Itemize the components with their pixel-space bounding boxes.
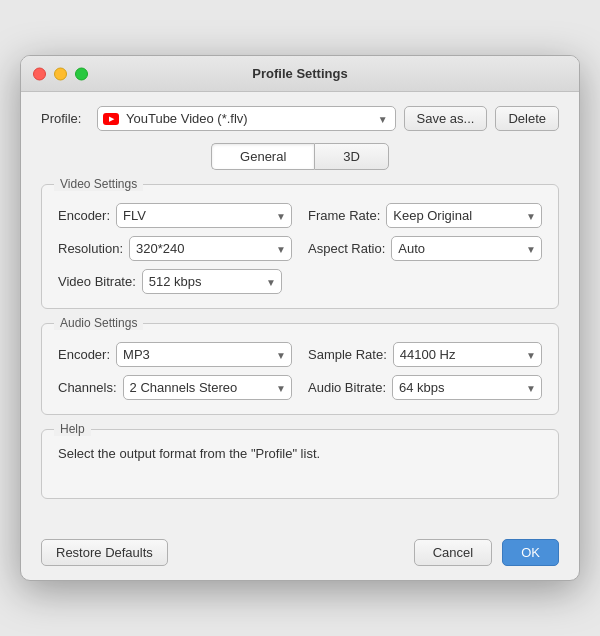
encoder-select-wrapper: FLV H.264 MPEG-4 ▼ xyxy=(116,203,292,228)
resolution-select-wrapper: 320*240 640*480 1280*720 ▼ xyxy=(129,236,292,261)
video-settings-section: Video Settings Encoder: FLV H.264 MPEG-4… xyxy=(41,184,559,309)
channels-row: Channels: 2 Channels Stereo 1 Channel Mo… xyxy=(58,375,292,400)
audio-settings-title: Audio Settings xyxy=(54,316,143,330)
frame-rate-select-wrapper: Keep Original 24 30 ▼ xyxy=(386,203,542,228)
title-bar: Profile Settings xyxy=(21,56,579,92)
resolution-row: Resolution: 320*240 640*480 1280*720 ▼ xyxy=(58,236,292,261)
video-settings-title: Video Settings xyxy=(54,177,143,191)
sample-rate-label: Sample Rate: xyxy=(308,347,387,362)
profile-row: Profile: YouTube Video (*.flv) ▼ Save as… xyxy=(41,106,559,131)
window-title: Profile Settings xyxy=(252,66,347,81)
cancel-button[interactable]: Cancel xyxy=(414,539,492,566)
channels-select[interactable]: 2 Channels Stereo 1 Channel Mono xyxy=(123,375,292,400)
main-content: Profile: YouTube Video (*.flv) ▼ Save as… xyxy=(21,92,579,529)
aspect-ratio-select-wrapper: Auto 4:3 16:9 ▼ xyxy=(391,236,542,261)
channels-label: Channels: xyxy=(58,380,117,395)
tabs-bar: General 3D xyxy=(41,143,559,170)
youtube-icon xyxy=(103,113,119,125)
profile-settings-window: Profile Settings Profile: YouTube Video … xyxy=(20,55,580,581)
audio-encoder-label: Encoder: xyxy=(58,347,110,362)
tab-general[interactable]: General xyxy=(211,143,314,170)
help-section: Help Select the output format from the "… xyxy=(41,429,559,499)
channels-select-wrapper: 2 Channels Stereo 1 Channel Mono ▼ xyxy=(123,375,292,400)
tab-3d[interactable]: 3D xyxy=(314,143,389,170)
frame-rate-select[interactable]: Keep Original 24 30 xyxy=(386,203,542,228)
sample-rate-select[interactable]: 44100 Hz 22050 Hz 48000 Hz xyxy=(393,342,542,367)
audio-encoder-select[interactable]: MP3 AAC OGG xyxy=(116,342,292,367)
frame-rate-row: Frame Rate: Keep Original 24 30 ▼ xyxy=(308,203,542,228)
video-settings-grid: Encoder: FLV H.264 MPEG-4 ▼ Frame Rate: xyxy=(58,203,542,261)
video-bitrate-label: Video Bitrate: xyxy=(58,274,136,289)
help-text: Select the output format from the "Profi… xyxy=(58,446,542,461)
encoder-row: Encoder: FLV H.264 MPEG-4 ▼ xyxy=(58,203,292,228)
audio-bitrate-select-wrapper: 64 kbps 32 kbps 128 kbps ▼ xyxy=(392,375,542,400)
delete-button[interactable]: Delete xyxy=(495,106,559,131)
footer-right-buttons: Cancel OK xyxy=(414,539,559,566)
restore-defaults-button[interactable]: Restore Defaults xyxy=(41,539,168,566)
maximize-button[interactable] xyxy=(75,67,88,80)
footer: Restore Defaults Cancel OK xyxy=(21,529,579,580)
profile-select[interactable]: YouTube Video (*.flv) xyxy=(97,106,396,131)
aspect-ratio-label: Aspect Ratio: xyxy=(308,241,385,256)
ok-button[interactable]: OK xyxy=(502,539,559,566)
encoder-select[interactable]: FLV H.264 MPEG-4 xyxy=(116,203,292,228)
encoder-label: Encoder: xyxy=(58,208,110,223)
audio-bitrate-row: Audio Bitrate: 64 kbps 32 kbps 128 kbps … xyxy=(308,375,542,400)
window-controls xyxy=(33,67,88,80)
resolution-select[interactable]: 320*240 640*480 1280*720 xyxy=(129,236,292,261)
help-title: Help xyxy=(54,422,91,436)
aspect-ratio-select[interactable]: Auto 4:3 16:9 xyxy=(391,236,542,261)
video-bitrate-select-wrapper: 512 kbps 256 kbps 1024 kbps ▼ xyxy=(142,269,282,294)
resolution-label: Resolution: xyxy=(58,241,123,256)
audio-encoder-select-wrapper: MP3 AAC OGG ▼ xyxy=(116,342,292,367)
frame-rate-label: Frame Rate: xyxy=(308,208,380,223)
audio-bitrate-select[interactable]: 64 kbps 32 kbps 128 kbps xyxy=(392,375,542,400)
audio-settings-section: Audio Settings Encoder: MP3 AAC OGG ▼ xyxy=(41,323,559,415)
aspect-ratio-row: Aspect Ratio: Auto 4:3 16:9 ▼ xyxy=(308,236,542,261)
minimize-button[interactable] xyxy=(54,67,67,80)
profile-select-wrapper: YouTube Video (*.flv) ▼ xyxy=(97,106,396,131)
audio-encoder-row: Encoder: MP3 AAC OGG ▼ xyxy=(58,342,292,367)
close-button[interactable] xyxy=(33,67,46,80)
save-as-button[interactable]: Save as... xyxy=(404,106,488,131)
audio-bitrate-label: Audio Bitrate: xyxy=(308,380,386,395)
sample-rate-row: Sample Rate: 44100 Hz 22050 Hz 48000 Hz … xyxy=(308,342,542,367)
profile-label: Profile: xyxy=(41,111,89,126)
audio-settings-grid: Encoder: MP3 AAC OGG ▼ Sample Rate: xyxy=(58,342,542,400)
sample-rate-select-wrapper: 44100 Hz 22050 Hz 48000 Hz ▼ xyxy=(393,342,542,367)
video-bitrate-row: Video Bitrate: 512 kbps 256 kbps 1024 kb… xyxy=(58,269,542,294)
video-bitrate-select[interactable]: 512 kbps 256 kbps 1024 kbps xyxy=(142,269,282,294)
